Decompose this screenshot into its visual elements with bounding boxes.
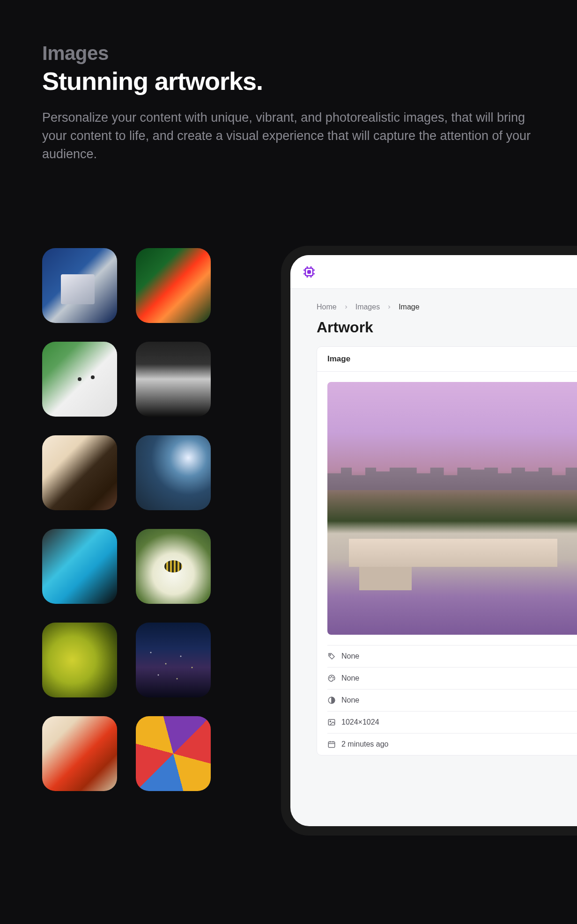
tablet-mockup: Home Images Image Artwork Image <box>281 246 577 836</box>
meta-row-style: None <box>327 667 577 689</box>
meta-resolution-value: 1024×1024 <box>341 718 379 726</box>
thumbnail-white-cat[interactable] <box>42 342 117 417</box>
meta-row-created: 2 minutes ago <box>327 733 577 755</box>
svg-point-16 <box>330 721 331 722</box>
svg-rect-1 <box>308 271 310 273</box>
breadcrumb-home[interactable]: Home <box>317 303 337 311</box>
chevron-right-icon <box>386 304 392 310</box>
thumbnail-grid <box>42 248 211 791</box>
card-header: Image <box>317 347 577 372</box>
artwork-preview-image[interactable] <box>327 382 577 635</box>
meta-name-value: None <box>341 652 359 660</box>
meta-list: None None None 1024×1024 <box>327 645 577 755</box>
meta-style-value: None <box>341 674 359 682</box>
thumbnail-blue-car[interactable] <box>42 529 117 604</box>
meta-row-name: None <box>327 645 577 667</box>
thumbnail-portrait-bw[interactable] <box>136 342 211 417</box>
palette-icon <box>327 674 336 682</box>
app-logo-icon[interactable] <box>302 264 317 279</box>
svg-point-11 <box>330 677 331 678</box>
svg-point-12 <box>331 676 332 677</box>
thumbnail-motherboard[interactable] <box>42 248 117 323</box>
hero-subcopy: Personalize your content with unique, vi… <box>42 109 535 163</box>
breadcrumb-current: Image <box>399 303 419 311</box>
svg-point-13 <box>333 677 334 678</box>
page-title: Artwork <box>317 319 577 336</box>
calendar-icon <box>327 740 336 748</box>
tablet-screen: Home Images Image Artwork Image <box>290 255 577 826</box>
hero-eyebrow: Images <box>42 42 535 65</box>
artwork-card: Image None None <box>317 346 577 755</box>
hero-headline: Stunning artworks. <box>42 66 535 95</box>
chevron-right-icon <box>343 304 349 310</box>
meta-row-resolution: 1024×1024 <box>327 711 577 733</box>
thumbnail-maple-leaf[interactable] <box>42 716 117 791</box>
svg-rect-17 <box>328 742 335 748</box>
thumbnail-chocolate-cake[interactable] <box>42 435 117 510</box>
contrast-icon <box>327 696 336 704</box>
app-topbar <box>290 255 577 289</box>
thumbnail-mountain-moon[interactable] <box>136 435 211 510</box>
meta-created-value: 2 minutes ago <box>341 740 389 748</box>
meta-medium-value: None <box>341 696 359 704</box>
breadcrumb-images[interactable]: Images <box>355 303 380 311</box>
thumbnail-red-flower[interactable] <box>136 248 211 323</box>
thumbnail-bee-flower[interactable] <box>136 529 211 604</box>
tag-icon <box>327 652 336 660</box>
thumbnail-city-night[interactable] <box>136 623 211 697</box>
svg-point-10 <box>330 654 331 655</box>
image-icon <box>327 718 336 726</box>
thumbnail-green-olives[interactable] <box>42 623 117 697</box>
meta-row-medium: None <box>327 689 577 711</box>
thumbnail-umbrellas[interactable] <box>136 716 211 791</box>
breadcrumb: Home Images Image <box>317 303 577 311</box>
